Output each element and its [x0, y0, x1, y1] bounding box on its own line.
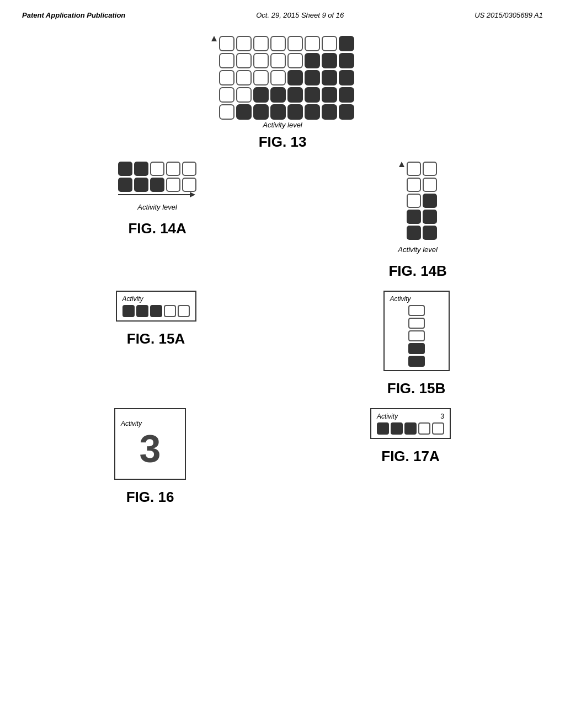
fig17a-header: Activity 3 [377, 413, 444, 420]
fig15a-label: FIG. 15A [127, 330, 185, 347]
grid-dot [377, 422, 389, 435]
grid-dot [391, 422, 403, 435]
grid-dot [219, 53, 234, 68]
fig14b-y-axis [399, 162, 404, 167]
grid-dot [339, 36, 354, 51]
fig16-box: Activity 3 [114, 408, 186, 480]
grid-dot [423, 226, 437, 240]
fig15a-title: Activity [122, 295, 143, 303]
grid-dot [219, 70, 234, 85]
grid-dot [408, 343, 425, 354]
fig14-row: Activity level FIG. 14A Activity level F… [22, 162, 543, 280]
fig17a-grid [377, 422, 444, 435]
fig14a-label: FIG. 14A [128, 220, 186, 237]
grid-dot [253, 104, 269, 120]
grid-dot [253, 36, 269, 51]
fig16-section: Activity 3 FIG. 16 [114, 408, 186, 506]
fig15a-box: Activity [116, 291, 196, 322]
grid-dot [339, 87, 354, 103]
grid-dot [322, 104, 337, 120]
grid-dot [322, 87, 337, 103]
grid-dot [407, 194, 421, 208]
fig16-title: Activity [121, 420, 142, 427]
fig15b-box: Activity [383, 291, 450, 371]
fig14b-grid [407, 162, 437, 240]
grid-dot [408, 318, 425, 329]
grid-dot [407, 178, 421, 192]
fig15b-grid [408, 305, 425, 367]
fig14b-section: Activity level FIG. 14B [388, 162, 446, 280]
grid-dot [423, 194, 437, 208]
fig13-section: Activity level FIG. 13 [22, 36, 543, 151]
fig13-label: FIG. 13 [259, 133, 307, 151]
grid-dot [407, 162, 421, 176]
grid-dot [418, 422, 430, 435]
grid-dot [408, 356, 425, 367]
grid-dot [166, 178, 180, 192]
fig15b-section: Activity FIG. 15B [383, 291, 450, 397]
grid-dot [407, 210, 421, 224]
fig17a-box: Activity 3 [370, 408, 451, 439]
grid-dot [118, 178, 132, 192]
grid-dot [253, 70, 269, 85]
grid-dot [118, 162, 132, 176]
page-header: Patent Application Publication Oct. 29, … [22, 11, 543, 19]
fig15a-section: Activity FIG. 15A [116, 291, 196, 397]
grid-dot [134, 162, 148, 176]
grid-dot [253, 87, 269, 103]
grid-dot [236, 87, 252, 103]
grid-dot [236, 70, 252, 85]
grid-dot [136, 305, 148, 317]
grid-dot [219, 36, 234, 51]
grid-dot [287, 104, 303, 120]
grid-dot [253, 53, 269, 68]
fig13-axis-label: Activity level [263, 121, 302, 129]
grid-dot [423, 162, 437, 176]
header-right: US 2015/0305689 A1 [475, 11, 543, 19]
fig17a-title: Activity [377, 413, 398, 420]
grid-dot [166, 162, 180, 176]
grid-dot [407, 226, 421, 240]
fig14a-x-arrow [190, 192, 195, 197]
fig14a-section: Activity level FIG. 14A [118, 162, 196, 280]
grid-dot [287, 53, 303, 68]
fig17a-number: 3 [440, 413, 444, 420]
grid-dot [150, 162, 164, 176]
fig15-row: Activity FIG. 15A Activity FIG. 15B [22, 291, 543, 397]
grid-dot [150, 305, 162, 317]
fig15b-label: FIG. 15B [387, 380, 445, 397]
grid-dot [150, 178, 164, 192]
grid-dot [236, 36, 252, 51]
page: Patent Application Publication Oct. 29, … [0, 0, 565, 728]
fig13-grid [219, 36, 354, 120]
fig14b-y-arrow [399, 162, 404, 167]
grid-dot [236, 53, 252, 68]
grid-dot [432, 422, 444, 435]
grid-dot [219, 104, 234, 120]
grid-dot [270, 53, 286, 68]
fig14b-axis-label: Activity level [398, 245, 438, 254]
grid-dot [122, 305, 135, 317]
grid-dot [322, 70, 337, 85]
grid-dot [236, 104, 252, 120]
fig14a-x-axis [118, 192, 195, 197]
grid-dot [178, 305, 190, 317]
grid-dot [182, 178, 196, 192]
header-center: Oct. 29, 2015 Sheet 9 of 16 [256, 11, 344, 19]
grid-dot [305, 53, 320, 68]
grid-dot [305, 70, 320, 85]
grid-dot [408, 330, 425, 341]
fig16-value: 3 [140, 430, 161, 468]
fig14a-chart [118, 162, 196, 197]
fig13-y-axis [211, 36, 217, 41]
grid-dot [219, 87, 234, 103]
fig15a-grid [122, 305, 190, 317]
fig16-label: FIG. 16 [126, 489, 174, 506]
grid-dot [270, 70, 286, 85]
grid-dot [423, 178, 437, 192]
grid-dot [339, 104, 354, 120]
fig16-row: Activity 3 FIG. 16 Activity 3 FIG. 17A [22, 408, 543, 506]
grid-dot [404, 422, 417, 435]
grid-dot [270, 104, 286, 120]
grid-dot [287, 70, 303, 85]
